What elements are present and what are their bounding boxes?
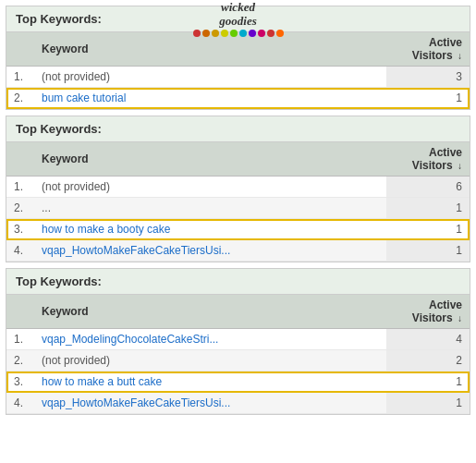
keyword-cell[interactable]: vqap_HowtoMakeFakeCakeTiersUsi... xyxy=(34,240,386,262)
table-row: 1.(not provided)3 xyxy=(6,67,470,88)
table-row: 2.(not provided)2 xyxy=(6,350,470,372)
col-header-visitors: Active Visitors ↓ xyxy=(386,295,470,329)
logo-dot-6 xyxy=(249,30,256,37)
sort-arrow: ↓ xyxy=(458,313,462,323)
logo-dot-3 xyxy=(221,30,228,37)
logo-dot-0 xyxy=(193,30,201,37)
visitors-count: 2 xyxy=(386,350,470,372)
panel-header-1: Top Keywords: xyxy=(6,116,470,142)
table-row: 4.vqap_HowtoMakeFakeCakeTiersUsi...1 xyxy=(6,240,470,262)
panel-title: Top Keywords: xyxy=(16,122,102,136)
visitors-count: 1 xyxy=(386,240,470,262)
col-header-keyword: Keyword xyxy=(34,295,386,329)
keywords-table-0: KeywordActive Visitors ↓1.(not provided)… xyxy=(6,32,470,109)
col-header-keyword: Keyword xyxy=(34,142,386,177)
row-number: 2. xyxy=(6,350,34,372)
keywords-table-2: KeywordActive Visitors ↓1.vqap_ModelingC… xyxy=(6,295,470,414)
logo-area: wickedgoodies xyxy=(193,1,284,37)
table-row: 4.vqap_HowtoMakeFakeCakeTiersUsi...1 xyxy=(6,393,470,414)
table-row: 2.bum cake tutorial1 xyxy=(6,88,470,109)
sort-arrow: ↓ xyxy=(458,51,462,61)
logo-dot-1 xyxy=(202,30,210,37)
logo-line2: goodies xyxy=(193,15,284,28)
col-header-num xyxy=(6,142,34,177)
visitors-count: 1 xyxy=(386,219,470,240)
keyword-cell[interactable]: (not provided) xyxy=(34,350,386,372)
logo-dot-9 xyxy=(276,30,284,37)
logo-dot-2 xyxy=(212,30,219,37)
table-row: 1.(not provided)6 xyxy=(6,177,470,198)
table-row: 1.vqap_ModelingChocolateCakeStri...4 xyxy=(6,329,470,350)
panel-title: Top Keywords: xyxy=(16,12,102,26)
panel-header-0: Top Keywords:wickedgoodies xyxy=(6,6,470,32)
logo-dot-7 xyxy=(258,30,265,37)
visitors-count: 1 xyxy=(386,393,470,414)
visitors-count: 4 xyxy=(386,329,470,350)
row-number: 2. xyxy=(6,198,34,219)
keyword-cell[interactable]: bum cake tutorial xyxy=(34,88,386,109)
visitors-count: 1 xyxy=(386,198,470,219)
logo-dot-5 xyxy=(239,30,247,37)
keyword-cell[interactable]: (not provided) xyxy=(34,67,386,88)
logo-dot-8 xyxy=(267,30,275,37)
logo-dot-4 xyxy=(230,30,238,37)
row-number: 4. xyxy=(6,240,34,262)
keywords-table-1: KeywordActive Visitors ↓1.(not provided)… xyxy=(6,142,470,262)
logo-line1: wicked xyxy=(193,1,284,14)
keyword-cell[interactable]: (not provided) xyxy=(34,177,386,198)
panel-0: Top Keywords:wickedgoodiesKeywordActive … xyxy=(6,6,470,110)
logo-dots xyxy=(193,30,284,37)
col-header-keyword: Keyword xyxy=(34,32,386,67)
row-number: 1. xyxy=(6,177,34,198)
panel-header-2: Top Keywords: xyxy=(6,269,470,295)
visitors-count: 3 xyxy=(386,67,470,88)
keyword-cell[interactable]: ... xyxy=(34,198,386,219)
row-number: 3. xyxy=(6,372,34,393)
panel-1: Top Keywords:KeywordActive Visitors ↓1.(… xyxy=(6,116,470,262)
table-row: 2....1 xyxy=(6,198,470,219)
col-header-num xyxy=(6,32,34,67)
row-number: 1. xyxy=(6,329,34,350)
keyword-cell[interactable]: vqap_ModelingChocolateCakeStri... xyxy=(34,329,386,350)
row-number: 3. xyxy=(6,219,34,240)
row-number: 2. xyxy=(6,88,34,109)
col-header-visitors: Active Visitors ↓ xyxy=(386,142,470,177)
row-number: 1. xyxy=(6,67,34,88)
keyword-cell[interactable]: how to make a booty cake xyxy=(34,219,386,240)
keyword-cell[interactable]: how to make a butt cake xyxy=(34,372,386,393)
table-row: 3.how to make a butt cake1 xyxy=(6,372,470,393)
table-row: 3.how to make a booty cake1 xyxy=(6,219,470,240)
logo-container: wickedgoodies xyxy=(193,1,284,37)
visitors-count: 1 xyxy=(386,88,470,109)
visitors-count: 6 xyxy=(386,177,470,198)
row-number: 4. xyxy=(6,393,34,414)
col-header-num xyxy=(6,295,34,329)
col-header-visitors: Active Visitors ↓ xyxy=(386,32,470,67)
visitors-count: 1 xyxy=(386,372,470,393)
panel-title: Top Keywords: xyxy=(16,274,102,288)
sort-arrow: ↓ xyxy=(458,161,462,171)
keyword-cell[interactable]: vqap_HowtoMakeFakeCakeTiersUsi... xyxy=(34,393,386,414)
panel-2: Top Keywords:KeywordActive Visitors ↓1.v… xyxy=(6,268,470,415)
